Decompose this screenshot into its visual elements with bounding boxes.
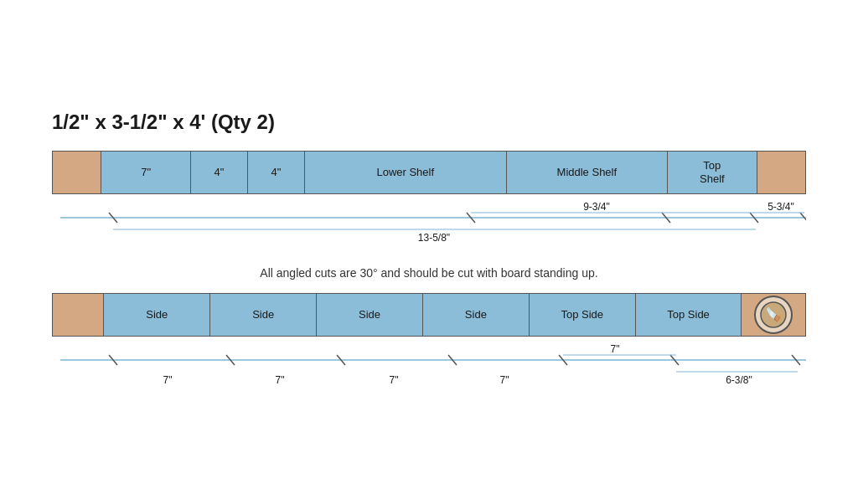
meas-label-7-3: 7"	[390, 374, 399, 386]
board2-segment-5: Top Side	[530, 294, 636, 336]
meas-label-5-3/4: 5-3/4"	[768, 201, 794, 213]
board1-segment-1: 7"	[101, 152, 190, 193]
board1-segment-5: Middle Shelf	[507, 152, 669, 193]
meas-label-6-3/8: 6-3/8"	[726, 374, 752, 386]
svg-text:🪚: 🪚	[765, 306, 782, 322]
board1-measurement-svg: 9-3/4" 13-5/8" 5-3/4"	[52, 201, 806, 251]
board1-container: 7"4"4"Lower ShelfMiddle ShelfTop Shelf	[52, 151, 806, 194]
board1-segment-7	[757, 152, 805, 193]
board1-segment-3: 4"	[248, 152, 305, 193]
board1: 7"4"4"Lower ShelfMiddle ShelfTop Shelf	[52, 151, 806, 194]
board2-segment-2: Side	[210, 294, 317, 336]
board1-segment-4: Lower Shelf	[305, 152, 507, 193]
board2-segment-7: 🪚	[742, 294, 805, 336]
meas-label-7-1: 7"	[163, 374, 173, 386]
board1-measurements: 9-3/4" 13-5/8" 5-3/4"	[52, 201, 806, 251]
board2-segment-3: Side	[317, 294, 423, 336]
board2-segment-1: Side	[104, 294, 210, 336]
note-text: All angled cuts are 30° and should be cu…	[52, 266, 806, 280]
board2-segment-4: Side	[423, 294, 530, 336]
meas-label-13-5/8: 13-5/8"	[418, 232, 450, 244]
meas-label-7-2: 7"	[276, 374, 285, 386]
logo-icon: 🪚	[754, 296, 793, 334]
board1-segment-6: Top Shelf	[668, 152, 757, 193]
meas-label-7-5: 7"	[611, 343, 620, 355]
board2: SideSideSideSideTop SideTop Side🪚	[52, 293, 806, 337]
board2-measurements: 7" 7" 7" 7" 7" 6-3/8"	[52, 343, 806, 393]
board2-container: SideSideSideSideTop SideTop Side🪚	[52, 293, 806, 337]
board2-measurement-svg: 7" 7" 7" 7" 7" 6-3/8"	[52, 343, 806, 393]
board2-segment-0	[53, 294, 104, 336]
page: 1/2" x 3-1/2" x 4' (Qty 2) 7"4"4"Lower S…	[27, 94, 831, 410]
board1-segment-2: 4"	[191, 152, 248, 193]
board1-segment-0	[53, 152, 101, 193]
page-title: 1/2" x 3-1/2" x 4' (Qty 2)	[52, 111, 806, 134]
board2-segment-6: Top Side	[636, 294, 742, 336]
meas-label-9-3/4: 9-3/4"	[583, 201, 610, 213]
meas-label-7-4: 7"	[500, 374, 509, 386]
